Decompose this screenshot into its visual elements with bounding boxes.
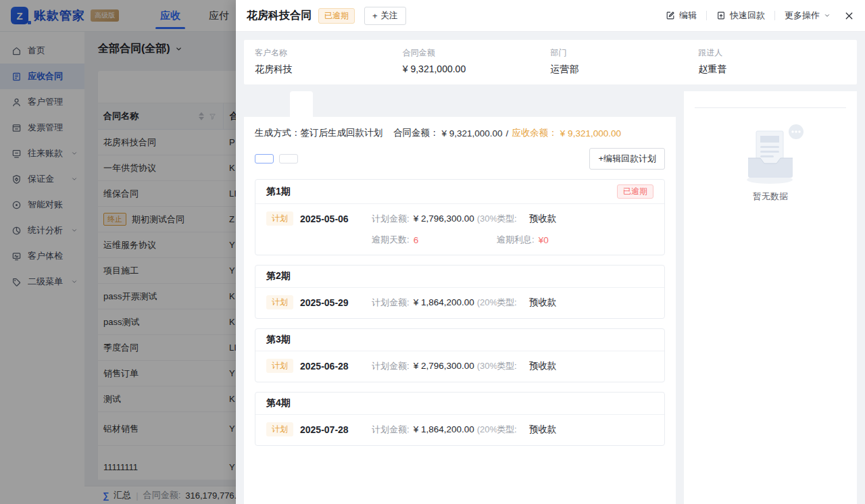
plan-meta-line: 生成方式： 签订后生成回款计划 合同金额： ¥ 9,321,000.00 / 应… (255, 127, 665, 139)
plus-icon: + (372, 11, 378, 20)
info-label: 合同金额 (403, 47, 551, 59)
plan-date: 2025-05-06 (300, 213, 372, 224)
period-body: 计划 2025-07-28 计划金额: ¥ 1,864,200.00 (20%)… (255, 415, 664, 445)
quick-payment-button[interactable]: 快速回款 (716, 9, 765, 22)
contract-info-card: 客户名称 花房科技 合同金额 ¥ 9,321,000.00 部门 运营部 跟进人… (244, 40, 857, 84)
info-value: ¥ 9,321,000.00 (403, 64, 551, 74)
plan-date: 2025-05-29 (300, 297, 372, 308)
more-actions-label: 更多操作 (785, 9, 820, 22)
plan-tag: 计划 (266, 422, 293, 436)
drawer-tab[interactable] (290, 91, 313, 117)
overdue-interest-cell: 逾期利息: ¥0 (497, 234, 653, 246)
follow-button[interactable]: + 关注 (364, 7, 406, 25)
info-label: 跟进人 (698, 47, 846, 59)
period-card: 第4期 计划 2025-07-28 计划金额: ¥ 1,864,200.00 (… (255, 392, 665, 446)
period-header: 第2期 (255, 266, 664, 288)
screen: Z 账款管家 高级版 应收 应付 核算 首页 应收合同 客户管理 发票管理 往来… (0, 0, 865, 504)
period-card: 第2期 计划 2025-05-29 计划金额: ¥ 1,864,200.00 (… (255, 265, 665, 319)
chevron-down-icon (824, 12, 831, 19)
edit-icon (666, 11, 675, 20)
toggle-button[interactable] (279, 154, 298, 163)
plan-amount-cell: 计划金额: ¥ 1,864,200.00 (20%) (372, 424, 497, 436)
info-field: 跟进人 赵重普 (698, 47, 846, 76)
drawer-tab[interactable] (244, 91, 267, 117)
period-body: 计划 2025-05-06 计划金额: ¥ 2,796,300.00 (30%)… (255, 204, 664, 255)
drawer-actions: 编辑 快速回款 更多操作 (666, 9, 854, 22)
toggle-button[interactable] (255, 154, 274, 163)
drawer-header: 花房科技合同 已逾期 + 关注 编辑 快速回款 (236, 0, 865, 32)
plan-date: 2025-07-28 (300, 424, 372, 435)
quick-payment-label: 快速回款 (730, 9, 765, 22)
info-field: 部门 运营部 (551, 47, 699, 76)
contract-detail-drawer: 花房科技合同 已逾期 + 关注 编辑 快速回款 (236, 0, 865, 504)
plan-type-cell: 类型: 预收款 (497, 297, 653, 309)
plan-type-cell: 类型: 预收款 (497, 424, 653, 436)
empty-state: 暂无数据 (695, 123, 846, 203)
payment-panel: 生成方式： 签订后生成回款计划 合同金额： ¥ 9,321,000.00 / 应… (244, 117, 676, 504)
divider (774, 11, 775, 20)
info-label: 部门 (551, 47, 699, 59)
period-title: 第3期 (266, 334, 291, 346)
info-field: 合同金额 ¥ 9,321,000.00 (403, 47, 551, 76)
follow-label: 关注 (381, 10, 398, 22)
drawer-body: 客户名称 花房科技 合同金额 ¥ 9,321,000.00 部门 运营部 跟进人… (236, 32, 865, 504)
plan-amount-cell: 计划金额: ¥ 1,864,200.00 (20%) (372, 297, 497, 309)
period-list: 第1期 已逾期 计划 2025-05-06 计划金额: ¥ 2,796,300.… (255, 179, 665, 446)
empty-illustration (731, 123, 810, 185)
plan-type-cell: 类型: 预收款 (497, 213, 653, 225)
generation-label: 生成方式： (255, 127, 301, 139)
period-card: 第1期 已逾期 计划 2025-05-06 计划金额: ¥ 2,796,300.… (255, 179, 665, 255)
plan-tag: 计划 (266, 359, 293, 373)
period-body: 计划 2025-05-29 计划金额: ¥ 1,864,200.00 (20%)… (255, 288, 664, 318)
drawer-tab[interactable] (313, 91, 336, 117)
side-panel-tabs (695, 91, 846, 108)
info-value: 赵重普 (698, 64, 846, 76)
plan-tag: 计划 (266, 211, 293, 226)
divider (706, 11, 707, 20)
more-actions-button[interactable]: 更多操作 (785, 9, 831, 22)
edit-button[interactable]: 编辑 (666, 9, 697, 22)
info-label: 客户名称 (255, 47, 403, 59)
period-title: 第1期 (266, 186, 291, 198)
close-icon[interactable] (844, 11, 854, 21)
drawer-tab[interactable] (267, 91, 290, 117)
plan-amount-cell: 计划金额: ¥ 2,796,300.00 (30%) (372, 360, 497, 372)
plan-type-cell: 类型: 预收款 (497, 360, 653, 372)
drawer-title: 花房科技合同 (247, 9, 312, 23)
period-header: 第1期 已逾期 (255, 180, 664, 204)
receivable-balance-label: 应收余额： (512, 127, 558, 139)
overdue-days-cell: 逾期天数: 6 (372, 234, 497, 246)
plan-tag: 计划 (266, 295, 293, 309)
plan-date: 2025-06-28 (300, 361, 372, 372)
period-card: 第3期 计划 2025-06-28 计划金额: ¥ 2,796,300.00 (… (255, 328, 665, 382)
separator: / (506, 128, 509, 138)
period-header: 第3期 (255, 329, 664, 351)
info-value: 花房科技 (255, 64, 403, 76)
empty-text: 暂无数据 (753, 191, 788, 203)
side-panel: 暂无数据 (684, 91, 857, 504)
edit-plan-button[interactable]: +编辑回款计划 (589, 148, 665, 170)
drawer-tab[interactable] (359, 91, 382, 117)
overdue-status-badge: 已逾期 (318, 8, 355, 24)
info-field: 客户名称 花房科技 (255, 47, 403, 76)
quick-payment-icon (716, 11, 726, 20)
overdue-badge: 已逾期 (617, 184, 653, 199)
drawer-tab[interactable] (336, 91, 359, 117)
period-title: 第4期 (266, 397, 291, 409)
period-body: 计划 2025-06-28 计划金额: ¥ 2,796,300.00 (30%)… (255, 351, 664, 382)
edit-label: 编辑 (679, 9, 697, 22)
generation-value: 签订后生成回款计划 (301, 127, 383, 139)
plan-toggle-row: +编辑回款计划 (255, 148, 665, 170)
period-title: 第2期 (266, 270, 291, 282)
plan-amount-cell: 计划金额: ¥ 2,796,300.00 (30%) (372, 213, 497, 225)
period-header: 第4期 (255, 393, 664, 415)
receivable-balance-value: ¥ 9,321,000.00 (560, 128, 621, 138)
contract-amount-value: ¥ 9,321,000.00 (442, 128, 503, 138)
contract-amount-label: 合同金额： (393, 127, 439, 139)
drawer-tab-bar (244, 91, 676, 117)
info-value: 运营部 (551, 64, 699, 76)
